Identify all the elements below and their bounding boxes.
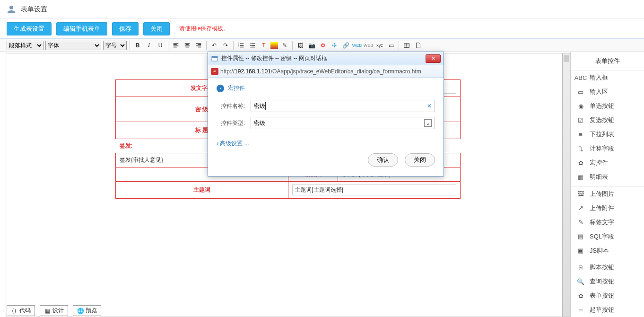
save-button[interactable]: 保存: [112, 22, 139, 35]
font-color-icon[interactable]: T: [259, 41, 269, 50]
control-name-label: 控件名称:: [217, 102, 245, 110]
upload-image-icon: 🖼: [576, 190, 585, 198]
action-toolbar: 生成表设置 编辑手机表单 保存 关闭 请使用ie保存模板。: [0, 19, 644, 39]
code-view-tab[interactable]: ⟨⟩代码: [7, 305, 35, 316]
sidebar-item-script-button[interactable]: ⎘脚本按钮: [571, 260, 644, 274]
toolbar-divider: [399, 41, 399, 50]
sidebar-item-label: 单选按钮: [590, 102, 614, 110]
toolbar-divider: [292, 41, 293, 50]
align-right-icon[interactable]: [194, 41, 203, 50]
generate-settings-button[interactable]: 生成表设置: [7, 22, 52, 35]
bg-color-icon[interactable]: [270, 42, 278, 49]
align-center-icon[interactable]: [183, 41, 192, 50]
sidebar-item-label: 上传附件: [590, 204, 614, 212]
close-button[interactable]: 关闭: [143, 22, 170, 35]
sidebar-item-textarea[interactable]: ▭输入区: [571, 85, 644, 99]
svg-point-5: [250, 46, 251, 47]
page-title: 表单设置: [21, 5, 47, 14]
sidebar-item-calc[interactable]: ⇅计算字段: [571, 141, 644, 156]
sidebar-item-label: 脚本按钮: [590, 263, 614, 272]
control-name-input[interactable]: 密级 ✕: [251, 100, 435, 112]
detail-table-icon: ▦: [576, 173, 585, 181]
web-alt-icon[interactable]: WEB: [364, 41, 373, 50]
table-icon[interactable]: [402, 41, 411, 50]
table-row: 主题词 主题词{主题词选择}: [116, 182, 461, 199]
chevron-down-icon[interactable]: ⌄: [424, 119, 432, 127]
dialog-footer: 确认 关闭: [217, 153, 435, 167]
insert-image-icon[interactable]: 🖼: [296, 41, 305, 50]
svg-rect-8: [212, 56, 218, 58]
design-icon: ▦: [44, 308, 51, 314]
sidebar-item-select[interactable]: ≡下拉列表: [571, 127, 644, 141]
page-header: 表单设置: [0, 0, 644, 19]
underline-icon[interactable]: U: [156, 41, 165, 50]
select-icon: ≡: [576, 130, 585, 139]
sidebar-item-label: 输入区: [590, 88, 608, 96]
dialog-body: › 宏控件 控件名称: 密级 ✕ 控件类型: 密级 ⌄ › 高级设置 ... 确…: [208, 78, 444, 176]
sidebar-item-input-box[interactable]: ABC输入框: [571, 70, 644, 85]
sidebar-item-sql-field[interactable]: ▤SQL字段: [571, 229, 644, 244]
ie-warning-text: 请使用ie保存模板。: [179, 25, 229, 33]
sidebar-item-label: 输入框: [590, 73, 608, 82]
control-name-row: 控件名称: 密级 ✕: [217, 100, 435, 112]
preview-icon: 🌐: [77, 308, 84, 314]
sidebar-item-form-button[interactable]: ✿表单按钮: [571, 289, 644, 303]
macro-icon: ✿: [576, 158, 585, 167]
paragraph-style-select[interactable]: 段落样式: [7, 41, 44, 50]
font-size-select[interactable]: 字号: [103, 41, 127, 50]
undo-icon[interactable]: ↶: [209, 41, 219, 50]
edit-mobile-form-button[interactable]: 编辑手机表单: [56, 22, 107, 35]
draft-button-icon: ≣: [576, 306, 585, 314]
toolbar-divider: [130, 41, 130, 50]
bold-icon[interactable]: B: [133, 41, 142, 50]
calc-icon: ⇅: [576, 144, 585, 153]
plugin-icon-1[interactable]: ✿: [318, 41, 328, 50]
insert-media-icon[interactable]: 📷: [307, 41, 316, 50]
section-title: 宏控件: [228, 84, 245, 92]
sidebar-item-radio[interactable]: ◉单选按钮: [571, 99, 644, 113]
sidebar-item-upload-image[interactable]: 🖼上传图片: [571, 187, 644, 201]
ordered-list-icon[interactable]: 123: [236, 41, 246, 50]
sidebar-item-label: 上传图片: [590, 190, 614, 198]
brush-icon[interactable]: ✎: [280, 41, 289, 50]
code-view-icon[interactable]: xyz: [375, 41, 384, 50]
advanced-settings-toggle[interactable]: › 高级设置 ...: [217, 140, 435, 148]
confirm-button[interactable]: 确认: [368, 153, 398, 167]
editor-toolbar: 段落样式 字体 字号 B I U ↶ ↷ 123 T ✎ 🖼 📷 ✿ ✣ 🔗 W…: [0, 39, 644, 52]
sidebar-item-draft-button[interactable]: ≣起草按钮: [571, 303, 644, 317]
close-icon[interactable]: ✕: [426, 54, 441, 63]
sidebar-item-checkbox[interactable]: ☑复选按钮: [571, 113, 644, 127]
sidebar-item-js-script[interactable]: ▣JS脚本: [571, 244, 644, 258]
keywords-cell[interactable]: 主题词{主题词选择}: [288, 182, 461, 199]
clear-icon[interactable]: ✕: [427, 103, 432, 109]
control-type-label: 控件类型:: [217, 119, 245, 127]
sidebar-item-upload-file[interactable]: ↗上传附件: [571, 201, 644, 215]
align-left-icon[interactable]: [171, 41, 181, 50]
control-properties-dialog: 控件属性 -- 修改控件 -- 密级 -- 网页对话框 ✕ ∞ http://1…: [208, 52, 444, 176]
script-button-icon: ⎘: [576, 263, 585, 272]
label-text-icon: ✎: [576, 218, 585, 227]
doc-icon[interactable]: ▭: [386, 41, 396, 50]
checkbox-icon: ☑: [576, 116, 585, 124]
dialog-titlebar[interactable]: 控件属性 -- 修改控件 -- 密级 -- 网页对话框 ✕: [208, 52, 444, 65]
unordered-list-icon[interactable]: [248, 41, 257, 50]
control-type-select[interactable]: 密级 ⌄: [251, 117, 435, 129]
font-family-select[interactable]: 字体: [45, 41, 101, 50]
sidebar-item-detail-table[interactable]: ▦明细表: [571, 170, 644, 184]
italic-icon[interactable]: I: [144, 41, 154, 50]
sidebar-item-label: 查询按钮: [590, 277, 614, 286]
sidebar-item-query-button[interactable]: 🔍查询按钮: [571, 274, 644, 289]
radio-icon: ◉: [576, 102, 585, 110]
sidebar-item-macro[interactable]: ✿宏控件: [571, 156, 644, 170]
input-box-icon: ABC: [576, 73, 585, 82]
link-icon[interactable]: 🔗: [341, 41, 350, 50]
redo-icon[interactable]: ↷: [221, 41, 230, 50]
web-icon[interactable]: WEB: [352, 41, 362, 50]
sidebar-item-label-text[interactable]: ✎标签文字: [571, 215, 644, 229]
cancel-button[interactable]: 关闭: [405, 153, 435, 167]
page-icon[interactable]: [413, 41, 423, 50]
vertical-scrollbar[interactable]: [562, 53, 570, 317]
plugin-icon-2[interactable]: ✣: [330, 41, 339, 50]
preview-view-tab[interactable]: 🌐预览: [73, 305, 101, 316]
design-view-tab[interactable]: ▦设计: [40, 305, 68, 316]
